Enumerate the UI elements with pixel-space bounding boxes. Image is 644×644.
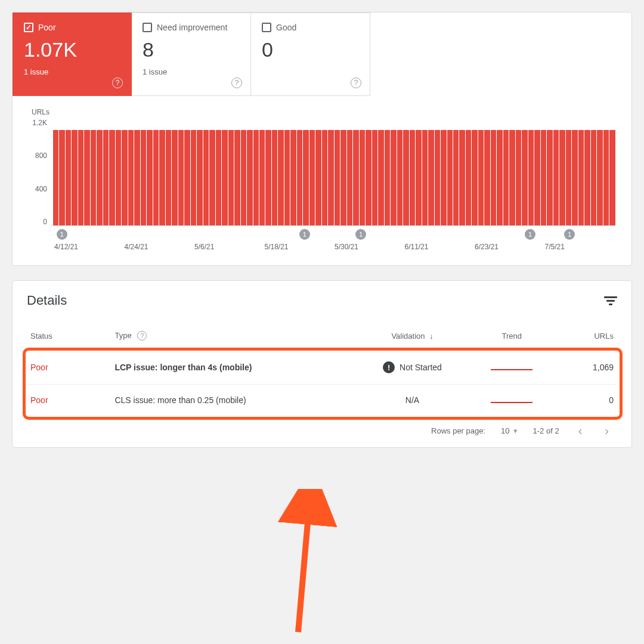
- chart-bar: [241, 130, 246, 225]
- x-tick: 6/11/21: [405, 243, 475, 251]
- col-urls[interactable]: URLs: [563, 326, 617, 351]
- cell-validation: !Not Started: [364, 351, 461, 385]
- help-icon[interactable]: ?: [231, 78, 242, 88]
- chart-bar: [197, 130, 202, 225]
- chart-bar: [134, 130, 140, 225]
- chart-bar: [153, 130, 159, 225]
- chart-bar: [566, 130, 571, 225]
- summary-sub: 1 issue: [143, 67, 240, 76]
- col-trend[interactable]: Trend: [460, 326, 563, 351]
- chart-bar: [103, 130, 109, 225]
- chart-bar: [534, 130, 540, 225]
- chart-bar: [191, 130, 196, 225]
- cell-type: LCP issue: longer than 4s (mobile): [111, 351, 364, 385]
- details-title: Details: [27, 293, 67, 308]
- chart-bar: [391, 130, 396, 225]
- cell-trend: [460, 351, 563, 385]
- chart-plot[interactable]: 11111: [51, 119, 615, 226]
- summary-card-need-improvement[interactable]: Need improvement 8 1 issue ?: [132, 13, 251, 96]
- chart-bar: [228, 130, 234, 225]
- chart-bar: [309, 130, 315, 225]
- chart-x-axis: 4/12/214/24/215/6/215/18/215/30/216/11/2…: [54, 243, 615, 251]
- chart-bar: [159, 130, 165, 225]
- chart-bar: [209, 130, 215, 225]
- chart-bar: [441, 130, 446, 225]
- chart-bar: [360, 130, 365, 225]
- rows-per-page-select[interactable]: 10 ▾: [501, 426, 517, 435]
- checkbox-icon: [262, 23, 271, 32]
- details-card: Details Status Type ? Validation ↓ Trend…: [12, 280, 632, 448]
- event-marker[interactable]: 1: [525, 229, 535, 240]
- help-icon[interactable]: ?: [351, 78, 361, 88]
- chart-bar: [597, 130, 602, 225]
- event-marker[interactable]: 1: [355, 229, 366, 240]
- chart-bar: [128, 130, 134, 225]
- chart-bar: [459, 130, 465, 225]
- chart-bar: [516, 130, 521, 225]
- table-row[interactable]: PoorLCP issue: longer than 4s (mobile)!N…: [27, 351, 617, 385]
- table-row[interactable]: PoorCLS issue: more than 0.25 (mobile)N/…: [27, 385, 617, 416]
- chart-bar: [172, 130, 177, 225]
- chart-bar: [572, 130, 577, 225]
- pager-next-icon[interactable]: ›: [601, 424, 612, 438]
- chart-bar: [428, 130, 434, 225]
- cell-status: Poor: [27, 385, 111, 416]
- chart-bar: [335, 130, 340, 225]
- pager-prev-icon[interactable]: ‹: [575, 424, 586, 438]
- filter-icon[interactable]: [604, 296, 617, 305]
- chart-bar: [453, 130, 459, 225]
- chart-bar: [166, 130, 171, 225]
- chevron-down-icon: ▾: [513, 426, 518, 435]
- pager-range: 1-2 of 2: [533, 426, 559, 435]
- chart-bar: [366, 130, 371, 225]
- col-type[interactable]: Type ?: [111, 326, 364, 351]
- chart-y-title: URLs: [32, 108, 615, 116]
- chart-bar: [547, 130, 552, 225]
- col-status[interactable]: Status: [27, 326, 111, 351]
- event-marker[interactable]: 1: [299, 229, 310, 240]
- chart-bar: [290, 130, 296, 225]
- col-validation[interactable]: Validation ↓: [364, 326, 461, 351]
- help-icon[interactable]: ?: [137, 331, 147, 340]
- chart-bar: [553, 130, 559, 225]
- chart-bar: [234, 130, 240, 225]
- summary-card-good[interactable]: Good 0 ?: [251, 13, 370, 96]
- chart-bar: [491, 130, 496, 225]
- event-marker[interactable]: 1: [564, 229, 575, 240]
- cell-type: CLS issue: more than 0.25 (mobile): [111, 385, 364, 416]
- chart-bar: [410, 130, 415, 225]
- chart-bar: [109, 130, 114, 225]
- chart-bar: [91, 130, 96, 225]
- chart-bar: [116, 130, 121, 225]
- chart-bar: [422, 130, 428, 225]
- chart-bar: [372, 130, 377, 225]
- chart-bar: [247, 130, 252, 225]
- chart-bar: [253, 130, 259, 225]
- trend-sparkline: [491, 369, 532, 370]
- chart-bar: [397, 130, 402, 225]
- event-marker[interactable]: 1: [57, 229, 67, 240]
- annotation-arrow: [227, 489, 346, 644]
- table-pager: Rows per page: 10 ▾ 1-2 of 2 ‹ ›: [27, 416, 617, 438]
- chart-bar: [59, 130, 64, 225]
- chart-bar: [222, 130, 227, 225]
- trend-sparkline: [491, 402, 532, 403]
- chart-bar: [278, 130, 283, 225]
- chart-bar: [559, 130, 565, 225]
- summary-value: 0: [262, 38, 359, 61]
- chart-bar: [378, 130, 383, 225]
- summary-sub: 1 issue: [24, 67, 120, 76]
- x-tick: 4/12/21: [54, 243, 125, 251]
- summary-card-poor[interactable]: Poor 1.07K 1 issue ?: [13, 13, 132, 96]
- chart-event-markers: 11111: [51, 229, 615, 241]
- chart-bar: [541, 130, 546, 225]
- chart-bar: [603, 130, 609, 225]
- help-icon[interactable]: ?: [112, 78, 123, 88]
- summary-value: 1.07K: [24, 38, 120, 61]
- svg-line-0: [298, 495, 310, 632]
- summary-row: Poor 1.07K 1 issue ? Need improvement 8 …: [13, 13, 631, 96]
- chart-bar: [322, 130, 327, 225]
- chart-bar: [122, 130, 127, 225]
- chart-bar: [466, 130, 471, 225]
- chart-bar: [53, 130, 58, 225]
